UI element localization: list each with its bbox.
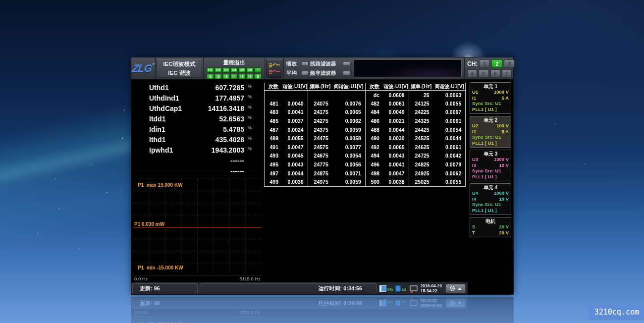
range-indicator-i2: I2	[215, 74, 222, 79]
unit-channel-label: U1	[472, 89, 478, 95]
iec-mode-button[interactable]: IEC谐波模式 IEC 谐波	[157, 59, 202, 78]
table-cell: 24375	[308, 125, 332, 134]
range-overflow-title: 量程溢出	[223, 59, 245, 66]
unit-channel-row: I15 A	[472, 95, 509, 101]
unit-title: 单元 2	[472, 117, 509, 123]
line-filter-toggle[interactable]	[343, 61, 350, 66]
wiring-section	[265, 57, 284, 79]
range-indicators-voltage: U1U2U3U4U5U6T	[207, 67, 262, 73]
waveform-display	[354, 59, 462, 77]
unit-channel-row: U41000 V	[472, 190, 509, 196]
table-cell: 483	[265, 108, 283, 117]
zoom-label: 缩放	[286, 60, 300, 67]
table-cell: 494	[365, 152, 383, 161]
col-header: 间谐波-U1[V]	[332, 83, 366, 91]
table-cell: 0.0038	[383, 177, 409, 186]
zlg-logo-text: ZLG®	[131, 62, 155, 74]
unit-channel-value: 1000 V	[494, 157, 509, 162]
measurement-row: UthdInd1177.4957%	[131, 94, 263, 105]
measurement-row: Itdd152.6563%	[131, 115, 263, 125]
table-header-row: 次数谐波-U1[V]频率-[Hz]间谐波-U1[V]次数谐波-U1[V]频率-[…	[265, 83, 466, 91]
unit-channel-row: I410 V	[472, 196, 509, 202]
table-cell: 0.0049	[383, 108, 409, 117]
ch-button-6[interactable]: 6	[490, 69, 500, 78]
ch-button-2[interactable]: 2	[491, 59, 502, 68]
measurement-value: ------	[230, 157, 244, 164]
unit-sync-line: Sync Src: U1	[472, 168, 509, 174]
unit-panel-3[interactable]: 单元 3U31000 VI310 VSync Src: U1PLL1 [ U1 …	[470, 150, 511, 181]
table-cell: 0.0041	[383, 160, 409, 169]
main-window: ZLG® IEC谐波模式 IEC 谐波 量程溢出 U1U2U3U4U5U6T I…	[131, 57, 514, 295]
ch-button-3[interactable]: 3	[504, 59, 515, 68]
measurement-label: Itdd1	[149, 115, 219, 123]
table-row: 4930.0045246750.00544940.0043247250.0042	[265, 152, 466, 161]
col-header: 次数	[265, 83, 283, 91]
table-cell: 24425	[409, 125, 433, 134]
table-cell: 481	[265, 99, 283, 108]
gear-icon	[449, 285, 455, 291]
range-indicator-t: T	[254, 67, 262, 73]
table-row: 4870.0024243750.00594880.0044244250.0054	[265, 125, 466, 134]
zlg-logo: ZLG®	[131, 57, 156, 79]
unit-panel-4[interactable]: 单元 4U41000 VI410 VSync Src: U1PLL1 [ U1 …	[470, 183, 511, 215]
unit-channel-row: S20 V	[472, 224, 509, 230]
table-cell: 25025	[409, 177, 433, 186]
table-cell	[332, 91, 366, 100]
measurement-value: 177.4957	[215, 94, 244, 102]
unit-panel-2[interactable]: 单元 2U2100 VI25 ASync Src: U1PLL1 [ U1 ]	[470, 116, 511, 148]
unit-panel-1[interactable]: 单元 1U11000 VI15 ASync Src: U1PLL1 [ U1 ]	[470, 82, 511, 114]
freq-filter-toggle[interactable]	[343, 71, 350, 75]
table-cell: 24275	[308, 116, 332, 125]
measurement-row: Ithd1435.4028%	[131, 136, 263, 146]
status-bar: 更新: 96 运行时间: 0:34:56 0% x1 2016-04-20 15…	[131, 282, 468, 294]
unit-sync-line: PLL1 [ U1 ]	[472, 174, 509, 180]
table-cell: 0.0062	[332, 116, 366, 125]
average-toggle[interactable]	[301, 71, 309, 75]
measurement-value: 607.7285	[215, 84, 244, 92]
time-text: 15:34:22	[421, 288, 437, 293]
zoom-toggle[interactable]	[301, 61, 309, 66]
x-axis-end-label: 5115.0 Hz	[239, 276, 261, 282]
range-indicator-i4: I4	[230, 74, 238, 79]
date-text: 2016-04-20	[421, 283, 442, 288]
unit-sync-line: Sync Src: U1	[472, 202, 509, 208]
measurement-label: Uthd1	[149, 84, 215, 92]
settings-button[interactable]	[445, 284, 466, 293]
measurement-value: 14116.3418	[208, 105, 244, 112]
unit-panel-5[interactable]: 电机S20 VT20 V	[470, 217, 511, 237]
toolbar: ZLG® IEC谐波模式 IEC 谐波 量程溢出 U1U2U3U4U5U6T I…	[131, 57, 513, 80]
unit-title: 单元 4	[472, 184, 509, 190]
unit-channel-row: I25 A	[472, 129, 509, 135]
unit-channel-row: U2100 V	[472, 123, 509, 129]
table-cell: 0.0040	[282, 99, 308, 108]
col-header: 频率-[Hz]	[409, 83, 433, 91]
unit-sync-line: PLL1 [ U1 ]	[472, 107, 509, 112]
table-cell: 0.0065	[332, 108, 366, 117]
ch-button-1[interactable]: 1	[479, 59, 490, 68]
table-cell: 488	[365, 125, 383, 134]
unit-channel-value: 20 V	[499, 224, 509, 230]
ch-button-4[interactable]: 4	[467, 69, 477, 78]
measurement-label: Ithd1	[149, 136, 215, 144]
measurement-unit: %	[244, 115, 256, 120]
measurement-label: UthdInd1	[149, 94, 215, 102]
unit-sync-line: Sync Src: U1	[472, 134, 509, 140]
table-cell: 482	[365, 99, 383, 108]
ch-button-7[interactable]: 7	[502, 69, 512, 78]
table-cell: 0.0047	[383, 169, 409, 178]
freq-filter-label: 频率滤波器	[310, 70, 341, 77]
ch-button-5[interactable]: 5	[479, 69, 488, 78]
table-cell: 24975	[308, 177, 332, 186]
range-indicator-i5: I5	[238, 74, 246, 79]
mini-display-section	[351, 57, 465, 79]
table-cell: 487	[265, 125, 283, 134]
table-cell: 0.0055	[433, 99, 466, 108]
mode-section: IEC谐波模式 IEC 谐波	[156, 57, 204, 79]
unit-title: 单元 1	[472, 83, 509, 89]
table-cell: 0.0055	[433, 177, 466, 186]
unit-sync-line: PLL1 [ U1 ]	[472, 208, 509, 214]
range-indicator-u2: U2	[215, 67, 222, 73]
wiring-diagram-button[interactable]	[266, 59, 282, 78]
unit-channel-label: U2	[472, 123, 478, 129]
storage-percent: 0%	[387, 287, 393, 292]
